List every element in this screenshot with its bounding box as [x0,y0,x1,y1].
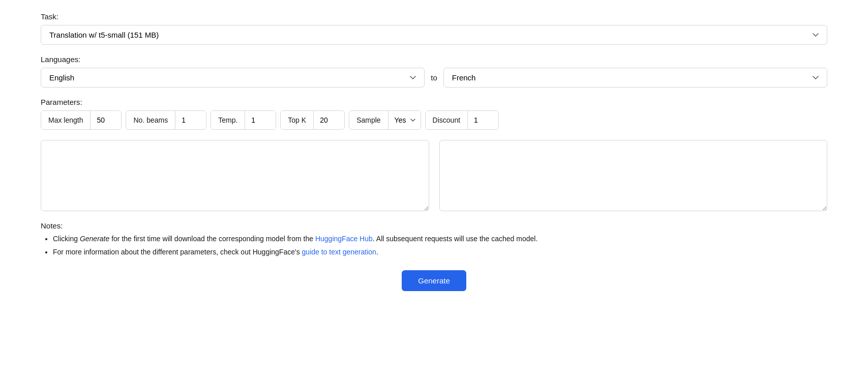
guide-link[interactable]: guide to text generation [302,248,376,256]
languages-section: Languages: English French Spanish German… [41,55,827,88]
parameters-section: Parameters: Max length No. beams Temp. T… [41,98,827,130]
max-length-input[interactable] [91,111,121,129]
task-label: Task: [41,12,827,21]
sample-label: Sample [349,111,388,129]
notes-section: Notes: Clicking Generate for the first t… [41,221,827,258]
params-row: Max length No. beams Temp. Top K Sample … [41,110,827,130]
sample-group: Sample Yes No [349,110,421,130]
notes-label: Notes: [41,221,827,230]
generate-section: Generate [41,270,827,291]
temp-label: Temp. [211,111,245,129]
no-beams-label: No. beams [126,111,175,129]
languages-row: English French Spanish German to French … [41,68,827,88]
top-k-input[interactable] [314,111,344,129]
discount-input[interactable] [468,111,498,129]
target-language-select[interactable]: French English Spanish German [443,68,827,88]
sample-select[interactable]: Yes No [388,111,421,129]
no-beams-group: No. beams [126,110,206,130]
task-select[interactable]: Translation w/ t5-small (151 MB) [41,25,827,45]
huggingface-hub-link[interactable]: HuggingFace Hub [315,235,373,243]
temp-group: Temp. [211,110,276,130]
discount-label: Discount [426,111,468,129]
note-item-2: For more information about the different… [53,246,827,257]
source-language-select[interactable]: English French Spanish German [41,68,425,88]
note-item-1: Clicking Generate for the first time wil… [53,233,827,244]
top-k-group: Top K [280,110,345,130]
to-label: to [431,73,437,82]
task-section: Task: Translation w/ t5-small (151 MB) [41,12,827,45]
max-length-group: Max length [41,110,122,130]
textareas-row [41,140,827,211]
languages-label: Languages: [41,55,827,64]
note-italic-generate: Generate [80,235,109,243]
no-beams-input[interactable] [175,111,206,129]
notes-list: Clicking Generate for the first time wil… [41,233,827,258]
source-text-input[interactable] [41,140,429,211]
max-length-label: Max length [41,111,91,129]
top-k-label: Top K [281,111,314,129]
parameters-label: Parameters: [41,98,827,106]
generate-button[interactable]: Generate [402,270,466,291]
target-text-output[interactable] [439,140,828,211]
discount-group: Discount [425,110,499,130]
temp-input[interactable] [245,111,276,129]
